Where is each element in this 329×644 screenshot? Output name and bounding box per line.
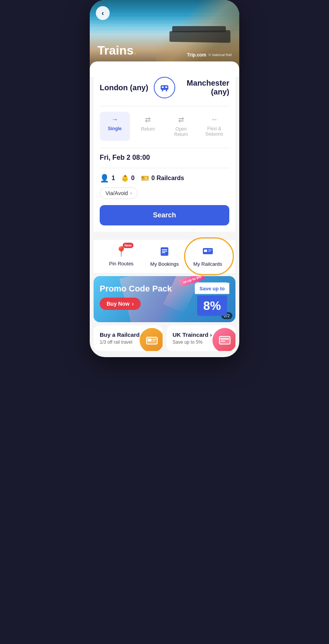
svg-rect-8 bbox=[162, 252, 165, 253]
hero-title: Trains. bbox=[97, 43, 137, 58]
svg-rect-16 bbox=[153, 339, 156, 340]
divider-2 bbox=[100, 148, 229, 148]
child-count: 0 bbox=[131, 175, 135, 182]
svg-rect-15 bbox=[148, 339, 151, 341]
svg-rect-6 bbox=[162, 249, 167, 250]
svg-rect-2 bbox=[165, 86, 167, 88]
via-avoid-arrow-icon: › bbox=[130, 190, 132, 196]
tab-flexi[interactable]: ↔ Flexi & Seasons bbox=[199, 112, 230, 141]
route-selector: London (any) Manchester (any) bbox=[100, 77, 229, 98]
hero-section: ‹ Trains. Trip.com © National Rail bbox=[90, 0, 239, 77]
my-bookings-icon bbox=[159, 246, 170, 257]
percent-box: 8% bbox=[197, 296, 227, 316]
child-passenger[interactable]: 👶 0 bbox=[121, 175, 135, 182]
national-rail-logo: © National Rail bbox=[209, 53, 232, 57]
railcard-selector[interactable]: 🎫 0 Railcards bbox=[141, 174, 184, 182]
uk-traincard-icon bbox=[219, 335, 231, 346]
my-railcards-icon bbox=[202, 246, 214, 257]
flexi-icon: ↔ bbox=[211, 116, 218, 124]
my-bookings-icon-wrap bbox=[159, 246, 170, 258]
trip-logo: Trip.com bbox=[187, 52, 206, 58]
promo-banner[interactable]: ve up to 8% Promo Code Pack Buy Now › Sa… bbox=[94, 276, 235, 322]
return-icon: ⇄ bbox=[145, 116, 151, 124]
train-roof bbox=[172, 26, 226, 32]
railcard-text: 0 Railcards bbox=[151, 175, 184, 182]
flexi-label: Flexi & Seasons bbox=[202, 126, 227, 137]
datetime-row[interactable]: Fri, Feb 2 08:00 bbox=[100, 154, 229, 162]
ticket-type-tabs: → Single ⇄ Return ⇄ Open Return ↔ Flexi … bbox=[100, 112, 229, 141]
divider-3 bbox=[100, 168, 229, 168]
child-icon: 👶 bbox=[121, 175, 129, 182]
save-up-to-box: Save up to bbox=[195, 283, 229, 294]
bottom-cards-section: Buy a Railcard › 1/3 off rail travel UK … bbox=[94, 325, 235, 351]
pin-routes-icon-wrap: 📍 New bbox=[115, 246, 127, 258]
railcard-icon: 🎫 bbox=[141, 174, 149, 182]
divider-1 bbox=[100, 106, 229, 106]
via-avoid-text: Via/Avoid bbox=[105, 190, 128, 196]
quick-access-section: 📍 New Pin Routes My Bookings bbox=[94, 239, 235, 273]
buy-railcard-card[interactable]: Buy a Railcard › 1/3 off rail travel bbox=[94, 325, 163, 351]
search-card: London (any) Manchester (any) → bbox=[94, 69, 235, 232]
svg-rect-20 bbox=[220, 338, 229, 339]
buy-now-label: Buy Now bbox=[107, 301, 130, 307]
adult-passenger[interactable]: 👤 1 bbox=[100, 174, 115, 183]
buy-railcard-icon bbox=[146, 335, 158, 346]
train-swap-icon bbox=[159, 82, 170, 93]
buy-railcard-icon-wrap bbox=[140, 328, 163, 351]
svg-rect-21 bbox=[220, 341, 225, 342]
svg-rect-7 bbox=[162, 251, 167, 252]
search-button[interactable]: Search bbox=[100, 205, 229, 225]
return-label: Return bbox=[141, 126, 155, 132]
buy-now-arrow: › bbox=[132, 301, 134, 307]
hero-title-text: Trains bbox=[97, 43, 133, 57]
passengers-row[interactable]: 👤 1 👶 0 🎫 0 Railcards bbox=[100, 174, 229, 183]
percent-value: 8% bbox=[203, 299, 221, 313]
tab-return[interactable]: ⇄ Return bbox=[133, 112, 163, 141]
datetime-display: Fri, Feb 2 08:00 bbox=[100, 154, 150, 161]
adult-count: 1 bbox=[112, 175, 115, 182]
single-icon: → bbox=[111, 116, 118, 124]
uk-traincard-card[interactable]: UK Traincard › Save up to 5% bbox=[166, 325, 235, 351]
back-button[interactable]: ‹ bbox=[96, 6, 110, 20]
swap-stations-button[interactable] bbox=[154, 77, 175, 98]
my-bookings-label: My Bookings bbox=[150, 261, 179, 267]
promo-buy-now-button[interactable]: Buy Now › bbox=[100, 298, 141, 310]
svg-rect-12 bbox=[208, 251, 211, 252]
hero-branding: Trip.com © National Rail bbox=[187, 52, 232, 58]
svg-point-3 bbox=[162, 90, 163, 91]
uk-traincard-icon-wrap bbox=[212, 328, 235, 351]
pin-routes-label: Pin Routes bbox=[109, 261, 134, 267]
open-return-label: Open Return bbox=[168, 126, 194, 137]
svg-rect-18 bbox=[219, 336, 230, 344]
quick-item-my-bookings[interactable]: My Bookings bbox=[143, 246, 186, 267]
quick-item-my-railcards[interactable]: My Railcards bbox=[186, 246, 229, 267]
destination-station[interactable]: Manchester (any) bbox=[179, 79, 229, 96]
train-icon-svg bbox=[159, 82, 170, 93]
promo-right-box: Save up to 8% bbox=[195, 283, 229, 316]
single-label: Single bbox=[108, 126, 122, 131]
svg-rect-17 bbox=[153, 341, 155, 341]
back-icon: ‹ bbox=[102, 9, 104, 17]
svg-rect-10 bbox=[204, 250, 207, 252]
quick-item-pin-routes[interactable]: 📍 New Pin Routes bbox=[100, 246, 143, 267]
open-return-icon: ⇄ bbox=[178, 116, 184, 124]
tab-single[interactable]: → Single bbox=[100, 112, 130, 141]
new-badge: New bbox=[123, 243, 134, 248]
origin-station[interactable]: London (any) bbox=[100, 83, 150, 92]
via-avoid-button[interactable]: Via/Avoid › bbox=[100, 187, 138, 199]
save-up-to-text: Save up to bbox=[199, 286, 225, 291]
hero-title-dot: . bbox=[133, 43, 137, 58]
phone-container: ‹ Trains. Trip.com © National Rail Londo… bbox=[90, 0, 239, 357]
svg-rect-11 bbox=[208, 250, 212, 250]
my-railcards-label: My Railcards bbox=[193, 261, 222, 267]
tab-open-return[interactable]: ⇄ Open Return bbox=[166, 112, 196, 141]
my-railcards-icon-wrap bbox=[202, 246, 214, 258]
svg-point-4 bbox=[166, 90, 167, 91]
adult-icon: 👤 bbox=[100, 174, 109, 183]
svg-rect-1 bbox=[162, 86, 164, 88]
